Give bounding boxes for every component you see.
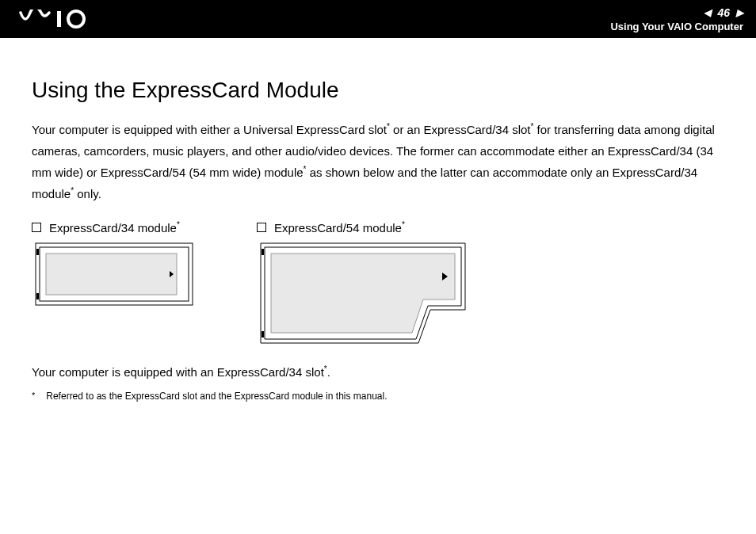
module-54-text: ExpressCard/54 module	[274, 221, 402, 235]
intro-text-2: or an ExpressCard/34 slot	[390, 123, 531, 136]
modules-row: ExpressCard/34 module* ExpressCard/54 mo	[32, 220, 724, 347]
page-indicator: ◀ 46 ▶	[704, 6, 743, 19]
footnote-text: Referred to as the ExpressCard slot and …	[46, 391, 387, 402]
svg-rect-5	[36, 249, 39, 255]
page-content: Using the ExpressCard Module Your comput…	[0, 38, 756, 418]
intro-paragraph: Your computer is equipped with either a …	[32, 119, 724, 204]
module-34-block: ExpressCard/34 module*	[32, 220, 193, 347]
svg-rect-4	[46, 254, 177, 295]
section-label: Using Your VAIO Computer	[610, 21, 743, 32]
page-title: Using the ExpressCard Module	[32, 78, 724, 103]
expresscard-54-diagram	[260, 242, 466, 347]
header-bar: ◀ 46 ▶ Using Your VAIO Computer	[0, 0, 756, 38]
svg-rect-6	[36, 293, 39, 299]
page-navigation: ◀ 46 ▶ Using Your VAIO Computer	[610, 6, 743, 32]
page-number: 46	[717, 6, 730, 19]
second-paragraph: Your computer is equipped with an Expres…	[32, 361, 724, 383]
second-para-text-2: .	[327, 365, 330, 379]
asterisk-icon: *	[177, 220, 180, 229]
asterisk-icon: *	[402, 220, 405, 229]
module-34-label: ExpressCard/34 module*	[32, 220, 193, 235]
second-para-text-1: Your computer is equipped with an Expres…	[32, 365, 324, 379]
bullet-box-icon	[32, 223, 41, 232]
module-54-block: ExpressCard/54 module*	[257, 220, 466, 347]
footnote: * Referred to as the ExpressCard slot an…	[32, 391, 724, 402]
intro-text-5: only.	[74, 187, 101, 200]
prev-arrow-icon[interactable]: ◀	[704, 7, 711, 18]
expresscard-34-diagram	[35, 242, 193, 309]
module-54-label: ExpressCard/54 module*	[257, 220, 466, 235]
svg-rect-8	[262, 331, 264, 338]
svg-rect-7	[262, 249, 264, 255]
module-34-text: ExpressCard/34 module	[49, 221, 177, 235]
next-arrow-icon[interactable]: ▶	[736, 7, 743, 18]
intro-text-1: Your computer is equipped with either a …	[32, 123, 387, 136]
bullet-box-icon	[257, 223, 266, 232]
svg-point-1	[68, 11, 84, 27]
footnote-mark: *	[32, 391, 35, 402]
svg-rect-0	[57, 11, 61, 27]
vaio-logo	[19, 10, 106, 29]
